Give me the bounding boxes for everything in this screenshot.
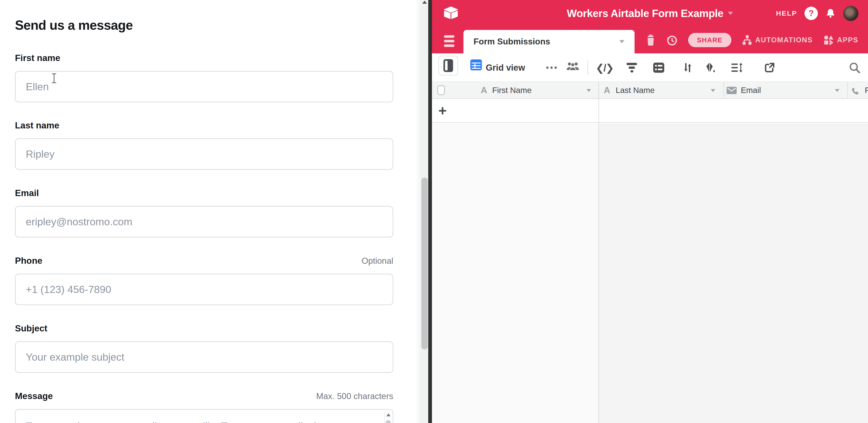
text-field-type-icon: A [481,82,487,98]
plus-icon[interactable]: + [438,99,447,122]
form-pane-scrollbar[interactable] [421,0,428,423]
active-table-name: Form Submissions [473,37,550,47]
first-name-label: First name [15,53,60,63]
subject-label: Subject [15,323,48,333]
column-divider [723,82,724,99]
color-icon[interactable] [704,53,716,82]
hamburger-menu-icon[interactable] [444,35,455,47]
view-sidebar-toggle[interactable] [438,56,458,75]
row-height-icon[interactable] [731,53,743,82]
chevron-down-icon[interactable] [711,89,715,92]
scroll-up-icon[interactable] [386,413,391,416]
screen: Send us a message First name Ellen Last … [0,0,868,423]
email-label: Email [15,188,39,198]
phone-label: Phone [15,256,42,266]
grid-body-primary-column [432,124,598,423]
email-field-type-icon [726,86,737,95]
chevron-down-icon[interactable] [587,89,591,92]
column-header-last-name[interactable]: Last Name [616,82,655,98]
text-field-type-icon: A [604,82,610,98]
share-label: SHARE [697,36,723,44]
view-name[interactable]: Grid view [486,53,525,82]
subject-field: Subject Your example subject [15,322,393,333]
automations-label: AUTOMATIONS [755,36,813,44]
chevron-down-icon[interactable] [619,40,624,43]
last-name-label: Last name [15,120,59,130]
grid-view-icon [470,59,482,71]
share-view-icon[interactable] [764,53,775,82]
chevron-down-icon[interactable] [728,12,733,15]
share-button[interactable]: SHARE [688,33,732,47]
phone-field-type-icon [850,87,860,96]
phone-input[interactable]: +1 (123) 456-7890 [15,274,393,305]
help-menu[interactable]: HELP [776,9,797,17]
collaborators-icon[interactable] [566,61,580,70]
hide-fields-icon[interactable]: ❮/❯ [596,53,613,82]
tab-form-submissions[interactable]: Form Submissions [463,30,634,53]
help-circle-icon[interactable]: ? [805,7,818,20]
more-options-icon[interactable] [546,53,557,82]
subject-placeholder: Your example subject [26,351,124,363]
window-divider [428,0,432,423]
email-input[interactable]: eripley@nostromo.com [15,206,393,238]
email-placeholder: eripley@nostromo.com [26,216,132,228]
filter-icon[interactable] [626,53,637,82]
last-name-placeholder: Ripley [26,148,55,160]
search-icon[interactable] [849,62,860,73]
message-placeholder: Tenetur optio quaerat expedita vero et i… [26,420,326,423]
select-all-checkbox[interactable] [437,85,445,95]
phone-placeholder: +1 (123) 456-7890 [26,283,111,296]
message-scroll-thumb[interactable] [386,420,391,423]
apps-icon [824,34,834,46]
add-row[interactable]: + [432,99,868,123]
grid-body-background [599,124,868,423]
column-header-row: A First Name A Last Name Email Phone [432,82,868,99]
first-name-field: First name Ellen [15,51,393,63]
column-divider [847,82,848,99]
message-textarea[interactable]: Tenetur optio quaerat expedita vero et i… [15,409,393,423]
first-name-placeholder: Ellen [26,81,49,93]
sort-icon[interactable] [682,53,693,82]
trash-icon[interactable] [646,34,655,46]
scrollbar-thumb[interactable] [421,178,428,350]
chevron-down-icon[interactable] [835,89,839,92]
message-scrollbar[interactable] [384,411,392,423]
subject-input[interactable]: Your example subject [15,341,393,373]
last-name-field: Last name Ripley [15,119,393,130]
panel-icon [443,59,453,72]
message-maxchars-hint: Max. 500 characters [316,391,393,401]
apps-button[interactable]: APPS [824,34,858,46]
group-icon[interactable] [653,53,664,82]
automations-icon [742,34,752,46]
first-name-input[interactable]: Ellen [15,71,393,102]
bell-icon[interactable] [825,8,836,19]
message-label: Message [15,391,53,401]
message-field: Message Max. 500 characters Tenetur opti… [15,389,393,401]
airtable-topbar: Workers Airtable Form Example HELP ? [432,0,868,27]
automations-button[interactable]: AUTOMATIONS [742,34,813,46]
avatar[interactable] [843,6,858,21]
email-field: Email eripley@nostromo.com [15,186,393,198]
phone-optional-hint: Optional [362,256,393,266]
scroll-up-icon[interactable] [422,1,427,4]
airtable-tabs-bar: Form Submissions SHARE [432,27,868,53]
form-title: Send us a message [15,18,133,33]
view-toolbar: Grid view ❮/❯ [432,53,868,82]
contact-form-pane: Send us a message First name Ellen Last … [0,0,421,423]
text-cursor-icon [51,73,57,84]
last-name-input[interactable]: Ripley [15,138,393,170]
phone-field: Phone Optional +1 (123) 456-7890 [15,254,393,266]
column-header-phone[interactable]: Phone [865,82,868,98]
column-header-first-name[interactable]: First Name [492,82,531,98]
column-header-email[interactable]: Email [741,82,761,98]
toolbar-separator [587,60,588,75]
base-title[interactable]: Workers Airtable Form Example [567,7,723,20]
airtable-pane: Workers Airtable Form Example HELP ? For… [432,0,868,423]
column-divider [598,82,599,423]
apps-label: APPS [837,36,858,44]
history-icon[interactable] [666,34,678,46]
